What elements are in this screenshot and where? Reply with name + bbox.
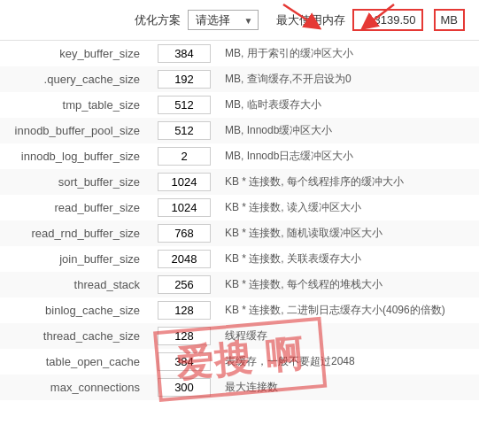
max-mem-input[interactable] (352, 9, 423, 31)
param-name: binlog_cache_size (0, 297, 151, 323)
optimization-select-wrapper[interactable]: 请选择 ▼ (188, 10, 259, 30)
param-value-input[interactable] (158, 96, 211, 114)
param-name: thread_stack (0, 272, 151, 297)
param-value-cell[interactable] (151, 323, 218, 349)
param-value-cell[interactable] (151, 66, 218, 92)
param-value-input[interactable] (158, 301, 211, 320)
param-name: innodb_log_buffer_size (0, 143, 151, 169)
param-desc: KB * 连接数, 读入缓冲区大小 (218, 195, 479, 220)
param-desc: 表缓存，一般不要超过2048 (218, 349, 479, 375)
table-row: table_open_cache表缓存，一般不要超过2048 (0, 349, 479, 375)
param-name: key_buffer_size (0, 41, 151, 66)
param-name: thread_cache_size (0, 323, 151, 349)
param-value-input[interactable] (158, 275, 211, 294)
param-value-input[interactable] (158, 147, 211, 166)
param-name: tmp_table_size (0, 92, 151, 118)
table-row: read_buffer_sizeKB * 连接数, 读入缓冲区大小 (0, 195, 479, 220)
param-value-input[interactable] (158, 70, 211, 89)
table-row: thread_stackKB * 连接数, 每个线程的堆栈大小 (0, 272, 479, 297)
param-value-input[interactable] (158, 378, 211, 397)
param-name: innodb_buffer_pool_size (0, 118, 151, 143)
param-value-input[interactable] (158, 44, 211, 63)
param-name: max_connections (0, 375, 151, 400)
param-value-cell[interactable] (151, 169, 218, 195)
table-row: key_buffer_sizeMB, 用于索引的缓冲区大小 (0, 41, 479, 66)
param-desc: KB * 连接数, 每个线程的堆栈大小 (218, 272, 479, 297)
param-value-cell[interactable] (151, 92, 218, 118)
param-value-cell[interactable] (151, 375, 218, 400)
param-name: join_buffer_size (0, 246, 151, 272)
param-desc: 最大连接数 (218, 375, 479, 400)
max-mem-unit: MB (434, 9, 466, 31)
param-value-cell[interactable] (151, 143, 218, 169)
param-desc: MB, Innodb缓冲区大小 (218, 118, 479, 143)
table-row: join_buffer_sizeKB * 连接数, 关联表缓存大小 (0, 246, 479, 272)
top-bar: 优化方案 请选择 ▼ 最大使用内存 MB (0, 0, 479, 41)
param-value-input[interactable] (158, 198, 211, 217)
param-name: read_buffer_size (0, 195, 151, 220)
param-value-input[interactable] (158, 250, 211, 268)
param-value-cell[interactable] (151, 195, 218, 220)
params-table-container: key_buffer_sizeMB, 用于索引的缓冲区大小.query_cach… (0, 41, 479, 400)
param-name: table_open_cache (0, 349, 151, 375)
param-value-input[interactable] (158, 352, 211, 371)
param-value-cell[interactable] (151, 220, 218, 246)
param-desc: KB * 连接数, 每个线程排序的缓冲大小 (218, 169, 479, 195)
param-desc: MB, 查询缓存,不开启设为0 (218, 66, 479, 92)
param-desc: MB, Innodb日志缓冲区大小 (218, 143, 479, 169)
param-name: .query_cache_size (0, 66, 151, 92)
param-value-cell[interactable] (151, 118, 218, 143)
param-value-cell[interactable] (151, 349, 218, 375)
param-desc: KB * 连接数, 关联表缓存大小 (218, 246, 479, 272)
param-value-input[interactable] (158, 121, 211, 140)
param-value-input[interactable] (158, 327, 211, 345)
param-value-input[interactable] (158, 224, 211, 243)
table-row: binlog_cache_sizeKB * 连接数, 二进制日志缓存大小(409… (0, 297, 479, 323)
param-name: sort_buffer_size (0, 169, 151, 195)
param-desc: 线程缓存 (218, 323, 479, 349)
table-row: innodb_buffer_pool_sizeMB, Innodb缓冲区大小 (0, 118, 479, 143)
optimization-label: 优化方案 (135, 12, 181, 28)
param-value-input[interactable] (158, 173, 211, 191)
param-value-cell[interactable] (151, 272, 218, 297)
params-table: key_buffer_sizeMB, 用于索引的缓冲区大小.query_cach… (0, 41, 479, 400)
table-row: read_rnd_buffer_sizeKB * 连接数, 随机读取缓冲区大小 (0, 220, 479, 246)
optimization-select[interactable]: 请选择 (188, 10, 259, 30)
table-row: thread_cache_size线程缓存 (0, 323, 479, 349)
param-desc: MB, 临时表缓存大小 (218, 92, 479, 118)
table-row: .query_cache_sizeMB, 查询缓存,不开启设为0 (0, 66, 479, 92)
table-row: max_connections最大连接数 (0, 375, 479, 400)
param-value-cell[interactable] (151, 246, 218, 272)
table-row: sort_buffer_sizeKB * 连接数, 每个线程排序的缓冲大小 (0, 169, 479, 195)
table-row: innodb_log_buffer_sizeMB, Innodb日志缓冲区大小 (0, 143, 479, 169)
param-desc: KB * 连接数, 二进制日志缓存大小(4096的倍数) (218, 297, 479, 323)
param-name: read_rnd_buffer_size (0, 220, 151, 246)
param-value-cell[interactable] (151, 297, 218, 323)
table-row: tmp_table_sizeMB, 临时表缓存大小 (0, 92, 479, 118)
param-desc: MB, 用于索引的缓冲区大小 (218, 41, 479, 66)
param-desc: KB * 连接数, 随机读取缓冲区大小 (218, 220, 479, 246)
param-value-cell[interactable] (151, 41, 218, 66)
max-mem-label: 最大使用内存 (276, 12, 345, 28)
